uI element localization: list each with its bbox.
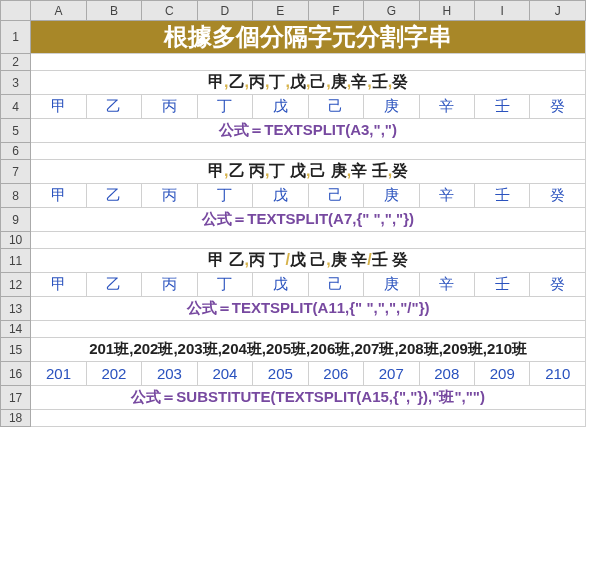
split-cell[interactable]: 乙 [86, 273, 141, 297]
split-cell[interactable]: 丙 [142, 273, 197, 297]
split-cell[interactable]: 207 [364, 362, 419, 386]
split-cell[interactable]: 辛 [419, 273, 474, 297]
row-header[interactable]: 13 [1, 297, 31, 321]
split-cell[interactable]: 甲 [31, 273, 86, 297]
row-header[interactable]: 2 [1, 54, 31, 71]
split-cell[interactable]: 丙 [142, 184, 197, 208]
formula-cell-4[interactable]: 公式＝SUBSTITUTE(TEXTSPLIT(A15,{","}),"班","… [31, 386, 586, 410]
split-cell[interactable]: 210 [530, 362, 586, 386]
source-string-4[interactable]: 201班,202班,203班,204班,205班,206班,207班,208班,… [31, 338, 586, 362]
split-cell[interactable]: 甲 [31, 95, 86, 119]
row-header[interactable]: 16 [1, 362, 31, 386]
empty-cell[interactable] [31, 143, 586, 160]
spreadsheet-view: A B C D E F G H I J 1 根據多個分隔字元分割字串 2 3 甲… [0, 0, 590, 584]
split-cell[interactable]: 甲 [31, 184, 86, 208]
row-header[interactable]: 10 [1, 232, 31, 249]
split-cell[interactable]: 己 [308, 95, 363, 119]
col-header[interactable]: F [308, 1, 363, 21]
column-header-row: A B C D E F G H I J [1, 1, 586, 21]
split-cell[interactable]: 丁 [197, 273, 252, 297]
split-cell[interactable]: 辛 [419, 95, 474, 119]
row-header[interactable]: 5 [1, 119, 31, 143]
col-header[interactable]: A [31, 1, 86, 21]
row-header[interactable]: 6 [1, 143, 31, 160]
source-string-3[interactable]: 甲 乙,丙 丁/戊 己,庚 辛/壬 癸 [31, 249, 586, 273]
col-header[interactable]: H [419, 1, 474, 21]
col-header[interactable]: C [142, 1, 197, 21]
split-cell[interactable]: 208 [419, 362, 474, 386]
row-header[interactable]: 3 [1, 71, 31, 95]
split-cell[interactable]: 辛 [419, 184, 474, 208]
split-cell[interactable]: 庚 [364, 95, 419, 119]
formula-cell-3[interactable]: 公式＝TEXTSPLIT(A11,{" ",",","/"}) [31, 297, 586, 321]
row-header[interactable]: 12 [1, 273, 31, 297]
col-header[interactable]: E [253, 1, 308, 21]
col-header[interactable]: J [530, 1, 586, 21]
split-cell[interactable]: 206 [308, 362, 363, 386]
row-header[interactable]: 4 [1, 95, 31, 119]
source-string-2[interactable]: 甲,乙 丙,丁 戊,己 庚,辛 壬,癸 [31, 160, 586, 184]
split-cell[interactable]: 癸 [530, 95, 586, 119]
col-header[interactable]: D [197, 1, 252, 21]
split-cell[interactable]: 戊 [253, 273, 308, 297]
source-string-1[interactable]: 甲,乙,丙,丁,戊,己,庚,辛,壬,癸 [31, 71, 586, 95]
formula-cell-2[interactable]: 公式＝TEXTSPLIT(A7,{" ",","}) [31, 208, 586, 232]
empty-cell[interactable] [31, 54, 586, 71]
split-cell[interactable]: 己 [308, 273, 363, 297]
split-cell[interactable]: 丙 [142, 95, 197, 119]
select-all-corner[interactable] [1, 1, 31, 21]
split-cell[interactable]: 戊 [253, 184, 308, 208]
split-cell[interactable]: 壬 [475, 273, 530, 297]
row-header[interactable]: 18 [1, 410, 31, 427]
split-cell[interactable]: 壬 [475, 95, 530, 119]
split-cell[interactable]: 庚 [364, 184, 419, 208]
grid: A B C D E F G H I J 1 根據多個分隔字元分割字串 2 3 甲… [0, 0, 586, 427]
row-header[interactable]: 17 [1, 386, 31, 410]
split-cell[interactable]: 丁 [197, 184, 252, 208]
row-header[interactable]: 15 [1, 338, 31, 362]
formula-cell-1[interactable]: 公式＝TEXTSPLIT(A3,",") [31, 119, 586, 143]
split-cell[interactable]: 戊 [253, 95, 308, 119]
col-header[interactable]: G [364, 1, 419, 21]
split-cell[interactable]: 203 [142, 362, 197, 386]
empty-cell[interactable] [31, 232, 586, 249]
split-cell[interactable]: 壬 [475, 184, 530, 208]
row-header[interactable]: 9 [1, 208, 31, 232]
split-cell[interactable]: 209 [475, 362, 530, 386]
split-cell[interactable]: 乙 [86, 184, 141, 208]
row-header[interactable]: 7 [1, 160, 31, 184]
split-cell[interactable]: 202 [86, 362, 141, 386]
split-cell[interactable]: 204 [197, 362, 252, 386]
split-cell[interactable]: 癸 [530, 184, 586, 208]
empty-cell[interactable] [31, 321, 586, 338]
row-header[interactable]: 11 [1, 249, 31, 273]
split-cell[interactable]: 201 [31, 362, 86, 386]
split-cell[interactable]: 205 [253, 362, 308, 386]
col-header[interactable]: B [86, 1, 141, 21]
split-cell[interactable]: 癸 [530, 273, 586, 297]
split-cell[interactable]: 乙 [86, 95, 141, 119]
split-cell[interactable]: 丁 [197, 95, 252, 119]
title-cell[interactable]: 根據多個分隔字元分割字串 [31, 21, 586, 54]
empty-cell[interactable] [31, 410, 586, 427]
row-header[interactable]: 1 [1, 21, 31, 54]
split-cell[interactable]: 己 [308, 184, 363, 208]
row-header[interactable]: 14 [1, 321, 31, 338]
split-cell[interactable]: 庚 [364, 273, 419, 297]
col-header[interactable]: I [475, 1, 530, 21]
row-header[interactable]: 8 [1, 184, 31, 208]
